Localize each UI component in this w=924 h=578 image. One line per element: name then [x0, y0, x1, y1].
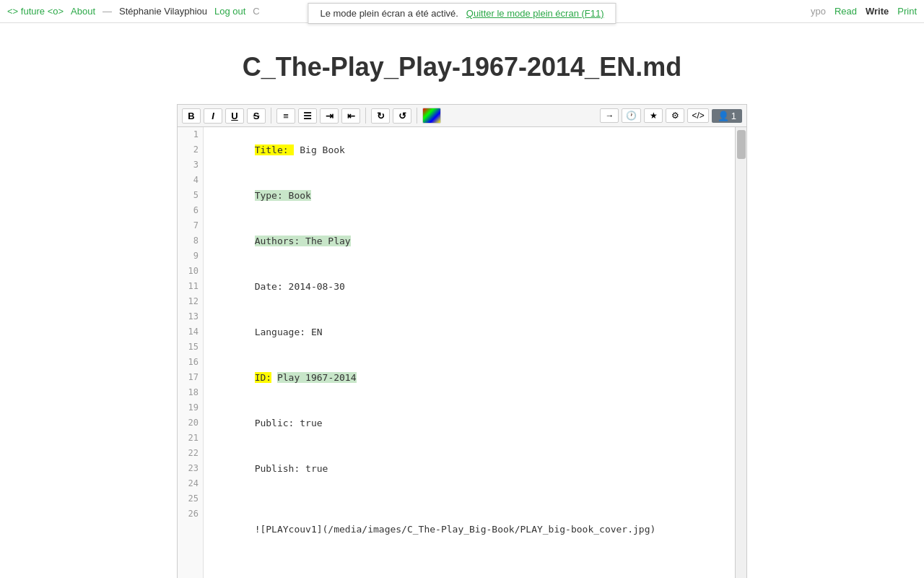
editor-line-6[interactable]: ID: Play 1967-2014 — [204, 355, 735, 400]
image-markdown: ![PLAYcouv1](/media/images/C_The-Play_Bi… — [255, 524, 656, 535]
share-button[interactable]: → — [600, 108, 619, 123]
outdent-button[interactable]: ⇤ — [341, 108, 360, 124]
page-title-area: C_The-Play_Play-1967-2014_EN.md — [0, 23, 924, 104]
line-num-25: 25 — [178, 491, 203, 506]
id-value: Play 1967-2014 — [277, 372, 357, 383]
toolbar-sep-2 — [365, 108, 366, 124]
line-num-14: 14 — [178, 324, 203, 340]
line-num-7: 7 — [178, 218, 203, 233]
page-title: C_The-Play_Play-1967-2014_EN.md — [0, 52, 924, 82]
unordered-list-button[interactable]: ☰ — [298, 108, 317, 124]
public-text: Public: true — [255, 418, 323, 428]
date-text: Date: 2014-08-30 — [255, 281, 345, 292]
language-text: Language: EN — [255, 327, 323, 337]
type-label: Type: Book — [255, 190, 311, 201]
ordered-list-button[interactable]: ≡ — [276, 108, 295, 124]
line-num-23: 23 — [178, 461, 203, 476]
italic-button[interactable]: I — [204, 108, 222, 124]
nav-clipped: C — [253, 6, 259, 17]
editor-content: 1 2 3 4 5 6 7 8 9 10 11 12 13 14 15 16 1… — [178, 127, 746, 578]
line-num-2: 2 — [178, 142, 203, 158]
editor-line-3[interactable]: Authors: The Play — [204, 218, 735, 264]
user-icon: 👤 — [718, 111, 729, 121]
toast-message: Le mode plein écran a été activé. — [320, 8, 458, 19]
about-link[interactable]: About — [71, 6, 95, 17]
color-button[interactable] — [422, 108, 441, 124]
code-button[interactable]: </> — [687, 108, 708, 123]
editor-line-7[interactable]: Public: true — [204, 400, 735, 446]
strikethrough-button[interactable]: S — [247, 108, 266, 124]
line-num-10: 10 — [178, 264, 203, 279]
line-num-17: 17 — [178, 370, 203, 385]
line-num-12: 12 — [178, 294, 203, 309]
editor-line-5[interactable]: Language: EN — [204, 309, 735, 355]
editor-lines[interactable]: Title: Big Book Type: Book Authors: The … — [204, 127, 735, 578]
line-num-16: 16 — [178, 355, 203, 370]
navbar: <> future <o> About — Stéphanie Vilayphi… — [0, 0, 924, 23]
indent-button[interactable]: ⇥ — [320, 108, 339, 124]
line-num-26: 26 — [178, 506, 203, 522]
nav-right-text: ypo — [811, 6, 826, 17]
title-label: Title: — [255, 144, 295, 155]
id-label: ID: — [255, 372, 271, 383]
editor-scrollbar[interactable] — [735, 127, 746, 578]
editor-line-8[interactable]: Publish: true — [204, 446, 735, 491]
line-num-11: 11 — [178, 279, 203, 294]
editor-line-1[interactable]: Title: Big Book — [204, 127, 735, 173]
bold-button[interactable]: B — [182, 108, 201, 124]
title-value: Big Book — [294, 144, 344, 155]
user-count-button[interactable]: 👤 1 — [712, 109, 742, 123]
line-num-22: 22 — [178, 446, 203, 461]
editor-line-10[interactable]: ![PLAYcouv1](/media/images/C_The-Play_Bi… — [204, 506, 735, 552]
editor-line-2[interactable]: Type: Book — [204, 173, 735, 218]
authors-label: Authors: The Play — [255, 236, 351, 246]
redo-button[interactable]: ↺ — [393, 108, 411, 124]
navbar-right: ypo Read Write Print — [811, 6, 917, 17]
publish-text: Publish: true — [255, 463, 328, 474]
nav-username: Stéphanie Vilayphiou — [119, 6, 207, 17]
editor-toolbar: B I U S ≡ ☰ ⇥ ⇤ ↻ ↺ → 🕐 ★ ⚙ </> 👤 1 — [178, 105, 746, 127]
line-numbers: 1 2 3 4 5 6 7 8 9 10 11 12 13 14 15 16 1… — [178, 127, 204, 578]
line-num-13: 13 — [178, 309, 203, 324]
line-num-24: 24 — [178, 476, 203, 491]
line-num-18: 18 — [178, 385, 203, 400]
editor-line-12[interactable]: *** — [204, 567, 735, 578]
line-num-1: 1 — [178, 127, 203, 142]
line-num-5: 5 — [178, 188, 203, 203]
star-button[interactable]: ★ — [644, 108, 663, 123]
editor-line-11[interactable] — [204, 552, 735, 567]
line-num-15: 15 — [178, 340, 203, 355]
line-num-20: 20 — [178, 415, 203, 431]
write-label: Write — [866, 6, 889, 17]
line-num-6: 6 — [178, 203, 203, 218]
line-num-19: 19 — [178, 400, 203, 415]
read-link[interactable]: Read — [834, 6, 857, 17]
editor-wrapper: B I U S ≡ ☰ ⇥ ⇤ ↻ ↺ → 🕐 ★ ⚙ </> 👤 1 1 2 … — [177, 104, 747, 578]
user-count: 1 — [731, 111, 736, 121]
print-link[interactable]: Print — [897, 6, 917, 17]
line-num-4: 4 — [178, 173, 203, 188]
underline-button[interactable]: U — [225, 108, 244, 124]
toolbar-sep-1 — [271, 108, 271, 124]
line-num-21: 21 — [178, 431, 203, 446]
undo-button[interactable]: ↻ — [371, 108, 390, 124]
scroll-thumb[interactable] — [737, 130, 746, 159]
editor-line-9[interactable] — [204, 491, 735, 506]
toolbar-sep-3 — [417, 108, 417, 124]
line-num-9: 9 — [178, 249, 203, 264]
fullscreen-toast: Le mode plein écran a été activé. Quitte… — [308, 3, 616, 24]
toast-exit-link[interactable]: Quitter le mode plein écran (F11) — [466, 8, 604, 19]
line-num-8: 8 — [178, 233, 203, 249]
settings-button[interactable]: ⚙ — [666, 108, 684, 123]
id-space — [271, 372, 277, 383]
logout-link[interactable]: Log out — [214, 6, 245, 17]
logo-link[interactable]: <> future <o> — [7, 6, 64, 17]
history-button[interactable]: 🕐 — [622, 108, 641, 123]
nav-sep: — — [103, 6, 112, 17]
line-num-3: 3 — [178, 158, 203, 173]
editor-line-4[interactable]: Date: 2014-08-30 — [204, 264, 735, 309]
